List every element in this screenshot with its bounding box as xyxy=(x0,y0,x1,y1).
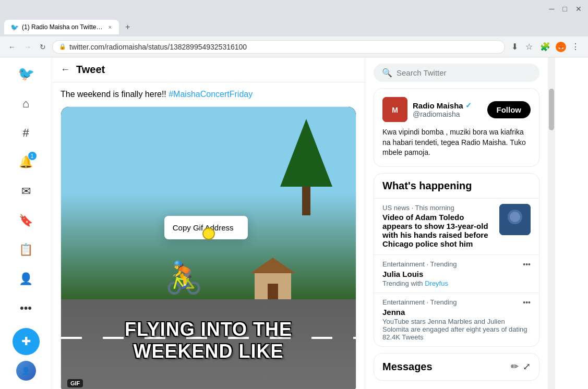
maximize-btn[interactable]: □ xyxy=(561,3,569,15)
profile-avatar: M xyxy=(382,97,407,122)
tab-title-text: (1) Radio Maisha on Twitter: "The... xyxy=(22,23,104,31)
profile-bio: Kwa vipindi bomba , muziki bora wa kiafr… xyxy=(382,127,531,158)
trend-3-count: 82.4K Tweets xyxy=(382,333,531,341)
notification-badge: 1 xyxy=(28,152,37,160)
trend-2-topic: Julia Louis xyxy=(382,270,531,278)
main-content: ← Tweet The weekend is finally here!! #M… xyxy=(52,57,365,389)
extensions-icon[interactable]: 🧩 xyxy=(538,40,553,54)
trend-3-meta: Entertainment · Trending ••• xyxy=(382,298,531,307)
hashtag-link[interactable]: #MaishaConcertFriday xyxy=(169,90,253,99)
bookmark-star-icon[interactable]: ☆ xyxy=(523,40,535,54)
address-bar: ← → ↻ 🔒 twitter.com/radiomaisha/status/1… xyxy=(0,37,588,57)
house1-decoration xyxy=(255,271,291,299)
user-avatar[interactable]: 👤 xyxy=(16,361,36,381)
messages-title: Messages xyxy=(382,361,433,373)
expand-messages-icon[interactable]: ⤢ xyxy=(523,361,531,372)
sidebar-item-profile[interactable]: 👤 xyxy=(13,265,40,293)
search-icon: 🔍 xyxy=(382,68,392,78)
trend-2-sub: Trending with Dreyfus xyxy=(382,279,531,287)
verified-badge: ✓ xyxy=(465,101,472,110)
trend-1-topic: Video of Adam Toledo appears to show 13-… xyxy=(382,213,495,248)
toolbar-icons: ⬇ ☆ 🧩 🦊 ⋮ xyxy=(509,40,582,54)
profile-handle: @radiomaisha xyxy=(413,110,472,118)
profile-info: M Radio Maisha ✓ @radiomaisha xyxy=(382,97,472,122)
trend-3-more-button[interactable]: ••• xyxy=(523,298,531,307)
new-tab-button[interactable]: + xyxy=(121,20,134,34)
sidebar-item-explore[interactable]: # xyxy=(13,119,40,147)
hashtag-icon: # xyxy=(22,126,29,140)
svg-point-4 xyxy=(510,212,520,222)
forward-button[interactable]: → xyxy=(22,41,33,53)
compose-button[interactable]: ✚ xyxy=(13,328,40,355)
tweet-header: ← Tweet xyxy=(52,57,365,82)
sidebar-item-bookmarks[interactable]: 🔖 xyxy=(13,207,40,234)
trend-item-1[interactable]: US news · This morning Video of Adam Tol… xyxy=(374,198,539,254)
avatar-icon: 👤 xyxy=(21,367,30,375)
tab-close-btn[interactable]: × xyxy=(107,23,113,31)
left-sidebar: 🐦 ⌂ # 🔔 1 ✉ 🔖 📋 👤 xyxy=(0,57,52,389)
profile-name-text: Radio Maisha xyxy=(413,101,463,110)
home-icon: ⌂ xyxy=(22,97,29,111)
bookmark-icon: 🔖 xyxy=(19,214,33,227)
gif-badge: GIF xyxy=(67,379,83,387)
tweet-text: The weekend is finally here!! #MaishaCon… xyxy=(61,89,356,100)
lists-icon: 📋 xyxy=(19,243,33,257)
app-body: 🐦 ⌂ # 🔔 1 ✉ 🔖 📋 👤 xyxy=(0,57,588,389)
tab-bar: 🐦 (1) Radio Maisha on Twitter: "The... ×… xyxy=(0,18,588,37)
refresh-button[interactable]: ↻ xyxy=(38,41,48,53)
rider-gif: 🚴 xyxy=(164,259,203,296)
whats-happening-title: What's happening xyxy=(374,174,539,198)
profile-name-wrap: Radio Maisha ✓ @radiomaisha xyxy=(413,101,472,118)
messages-card: Messages ✏ ⤢ xyxy=(374,353,539,381)
follow-button[interactable]: Follow xyxy=(487,101,531,118)
profile-header: M Radio Maisha ✓ @radiomaisha Follow xyxy=(382,97,531,122)
scrollbar-track xyxy=(548,57,555,389)
profile-display-name: Radio Maisha ✓ xyxy=(413,101,472,110)
messages-icons: ✏ ⤢ xyxy=(511,361,531,372)
search-input[interactable] xyxy=(397,68,531,77)
gif-text-line2: WEEKEND LIKE xyxy=(61,341,356,362)
trend-2-meta: Entertainment · Trending ••• xyxy=(382,260,531,269)
twitter-logo[interactable]: 🐦 xyxy=(14,62,39,86)
download-icon[interactable]: ⬇ xyxy=(509,40,520,54)
profile-icon: 👤 xyxy=(19,272,33,286)
gif-scene: 🚴 FLYING INTO THE WEEKEND LIKE xyxy=(61,107,356,389)
tab-favicon: 🐦 xyxy=(10,23,19,31)
address-input-wrap[interactable]: 🔒 twitter.com/radiomaisha/status/1382899… xyxy=(52,40,505,54)
back-button[interactable]: ← xyxy=(6,41,18,53)
gif-text-line1: FLYING INTO THE xyxy=(61,319,356,341)
sidebar-item-more[interactable]: ••• xyxy=(13,295,40,322)
trend-3-topic: Jenna xyxy=(382,308,531,317)
close-btn[interactable]: ✕ xyxy=(573,3,584,15)
dreyfus-link[interactable]: Dreyfus xyxy=(425,279,448,287)
compose-message-icon[interactable]: ✏ xyxy=(511,361,519,372)
scrollbar-thumb[interactable] xyxy=(549,89,554,130)
trend-1-meta: US news · This morning xyxy=(382,204,495,212)
extension-avatar-icon: 🦊 xyxy=(556,42,566,52)
sidebar-item-messages[interactable]: ✉ xyxy=(13,178,40,205)
minimize-btn[interactable]: ─ xyxy=(547,3,557,15)
url-text: twitter.com/radiomaisha/status/138289954… xyxy=(69,43,498,51)
gif-container[interactable]: 🚴 FLYING INTO THE WEEKEND LIKE GIF Copy … xyxy=(61,106,356,389)
sidebar-item-lists[interactable]: 📋 xyxy=(13,236,40,263)
svg-text:M: M xyxy=(392,106,398,114)
mail-icon: ✉ xyxy=(21,185,31,198)
tweet-text-before-hashtag: The weekend is finally here!! xyxy=(61,90,169,99)
sidebar-item-home[interactable]: ⌂ xyxy=(13,90,40,117)
tweet-page-title: Tweet xyxy=(76,64,105,76)
tweet-body: The weekend is finally here!! #MaishaCon… xyxy=(52,82,365,389)
search-bar[interactable]: 🔍 xyxy=(374,64,539,82)
gif-text-overlay: FLYING INTO THE WEEKEND LIKE xyxy=(61,319,356,362)
whats-happening-card: What's happening US news · This morning … xyxy=(374,173,539,347)
sidebar-item-notifications[interactable]: 🔔 1 xyxy=(13,149,40,176)
right-sidebar: 🔍 M Radio Maish xyxy=(365,57,548,389)
trend-item-2[interactable]: Entertainment · Trending ••• Julia Louis… xyxy=(374,254,539,293)
back-to-timeline-button[interactable]: ← xyxy=(61,64,70,75)
trend-3-sub: YouTube stars Jenna Marbles and Julien S… xyxy=(382,318,531,333)
trend-2-more-button[interactable]: ••• xyxy=(523,260,531,269)
gif-image: 🚴 FLYING INTO THE WEEKEND LIKE xyxy=(61,107,356,389)
radio-maisha-logo: M xyxy=(382,97,407,122)
active-tab[interactable]: 🐦 (1) Radio Maisha on Twitter: "The... × xyxy=(4,20,119,34)
menu-icon[interactable]: ⋮ xyxy=(569,40,582,54)
trend-item-3[interactable]: Entertainment · Trending ••• Jenna YouTu… xyxy=(374,293,539,346)
